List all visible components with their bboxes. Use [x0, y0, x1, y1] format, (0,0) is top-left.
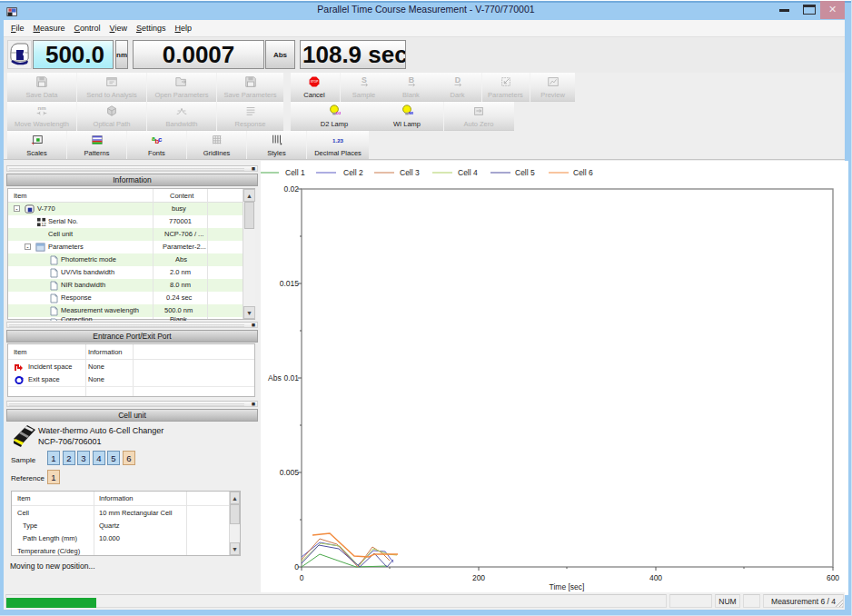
- svg-text:1.23: 1.23: [332, 137, 343, 144]
- svg-text:200: 200: [472, 573, 485, 582]
- svg-text:0: 0: [294, 562, 299, 571]
- svg-text:0.005: 0.005: [280, 468, 300, 477]
- svg-text:Cell 6: Cell 6: [573, 168, 593, 177]
- svg-text:600: 600: [827, 573, 839, 582]
- svg-text:B: B: [408, 75, 413, 84]
- svg-text:D2: D2: [336, 111, 341, 115]
- svg-text:0.01: 0.01: [283, 373, 299, 383]
- svg-text:Time [sec]: Time [sec]: [550, 582, 585, 591]
- svg-text:0.02: 0.02: [283, 184, 299, 194]
- svg-text:Cell 2: Cell 2: [343, 168, 363, 177]
- svg-text:WI: WI: [409, 111, 413, 115]
- svg-text:400: 400: [649, 573, 662, 582]
- svg-text:Abs: Abs: [268, 373, 282, 383]
- svg-text:Cell 1: Cell 1: [285, 168, 305, 177]
- svg-text:Cell 5: Cell 5: [515, 168, 535, 177]
- svg-text:Cell 3: Cell 3: [400, 168, 420, 177]
- svg-text:c: c: [157, 135, 162, 144]
- svg-text:123: 123: [42, 223, 47, 227]
- svg-text:0: 0: [300, 573, 304, 582]
- svg-text:STOP: STOP: [311, 80, 319, 84]
- svg-text:0.015: 0.015: [280, 279, 300, 288]
- svg-text:nm: nm: [37, 104, 46, 111]
- svg-text:S: S: [362, 75, 367, 84]
- svg-text:D: D: [454, 75, 460, 84]
- svg-text:Cell 4: Cell 4: [458, 168, 478, 177]
